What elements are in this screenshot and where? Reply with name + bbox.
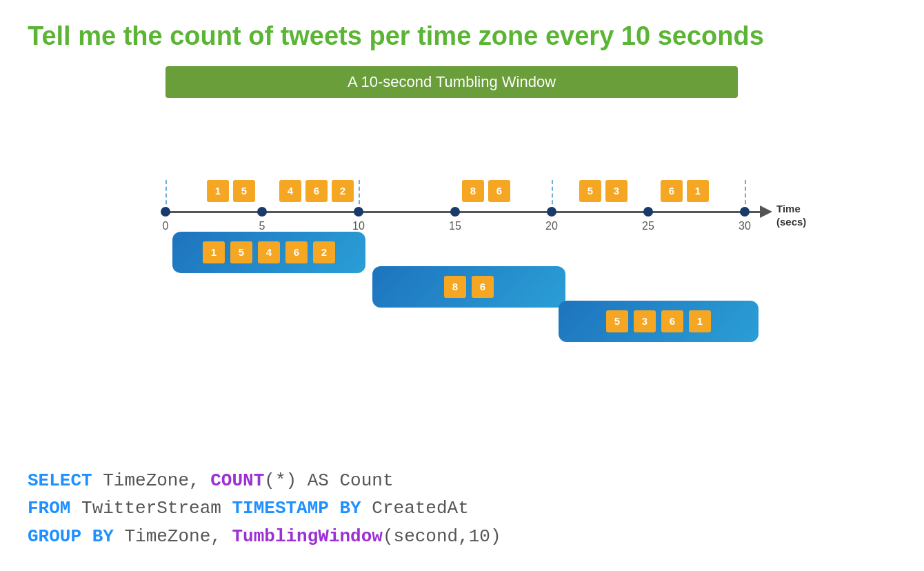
label-25: 25 [642,220,654,232]
kw-count: COUNT [210,470,264,491]
sql-by1 [329,498,340,519]
main-container: Tell me the count of tweets per time zon… [0,0,924,571]
dot-20 [547,207,556,217]
token-5-a: 5 [233,180,255,202]
kw-select: SELECT [28,470,92,491]
label-30: 30 [739,220,751,232]
sql-line-3: GROUP BY TimeZone, TumblingWindow(second… [28,523,501,550]
page-title: Tell me the count of tweets per time zon… [28,21,896,52]
sql-space [81,526,92,547]
kw-from: FROM [28,498,70,519]
window-box-2: 8 6 [372,266,565,308]
dot-15 [450,207,460,217]
sql-line-2: FROM TwitterStream TIMESTAMP BY CreatedA… [28,494,501,522]
token-8-a: 8 [462,180,484,202]
timeline-line [165,211,765,213]
w1-token-2: 2 [313,241,335,263]
sql-count-rest: (*) AS Count [264,470,393,491]
w1-token-4: 4 [258,241,280,263]
sql-twitterstream: TwitterStream [70,498,232,519]
w1-token-1: 1 [203,241,225,263]
timeline-arrow [760,206,772,218]
window-box-1: 1 5 4 6 2 [172,232,365,273]
token-5b-a: 5 [579,180,601,202]
dot-0 [161,207,170,217]
window-box-3: 5 3 6 1 [559,301,759,342]
dot-30 [740,207,750,217]
w1-token-5: 5 [230,241,252,263]
w3-token-1: 1 [689,310,711,332]
label-20: 20 [545,220,558,232]
diagram-area: A 10-second Tumbling Window 1 5 4 6 2 8 … [28,66,896,363]
sql-createdat: CreatedAt [361,498,469,519]
token-6b-a: 6 [488,180,510,202]
label-5: 5 [259,220,265,232]
label-0: 0 [163,220,169,232]
token-3-a: 3 [605,180,627,202]
label-15: 15 [449,220,461,232]
sql-line-1: SELECT TimeZone, COUNT(*) AS Count [28,467,501,494]
token-6c-a: 6 [661,180,683,202]
token-1b-a: 1 [687,180,709,202]
kw-by1: BY [340,498,361,519]
w2-token-8: 8 [444,276,466,298]
token-2-a: 2 [332,180,354,202]
dot-5 [257,207,267,217]
dot-10 [354,207,363,217]
w3-token-6: 6 [661,310,683,332]
sql-timezone2: TimeZone, [114,526,232,547]
sql-area: SELECT TimeZone, COUNT(*) AS Count FROM … [28,467,501,550]
sql-timezone: TimeZone, [92,470,211,491]
kw-tumbling: TumblingWindow [232,526,382,547]
w1-token-6: 6 [285,241,308,263]
w3-token-5: 5 [606,310,628,332]
label-10: 10 [352,220,365,232]
tumbling-banner: A 10-second Tumbling Window [165,66,738,98]
token-1-a: 1 [207,180,229,202]
kw-by2: BY [92,526,114,547]
dot-25 [643,207,653,217]
token-4-a: 4 [279,180,301,202]
token-6-a: 6 [305,180,328,202]
w2-token-6: 6 [472,276,494,298]
kw-group: GROUP [28,526,81,547]
time-label: Time(secs) [776,202,806,229]
kw-timestamp: TIMESTAMP [232,498,328,519]
sql-tumbling-args: (second,10) [383,526,501,547]
w3-token-3: 3 [634,310,656,332]
